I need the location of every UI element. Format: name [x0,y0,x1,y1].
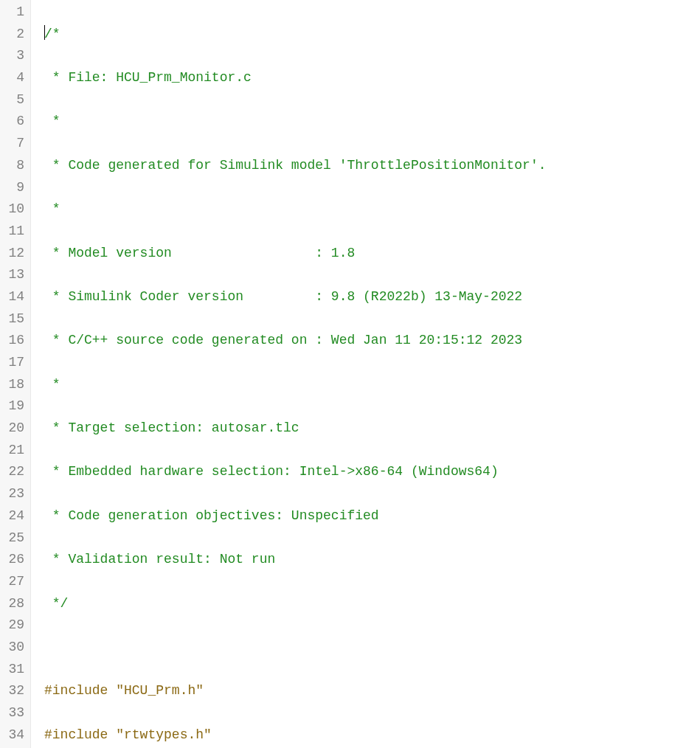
line-number: 13 [3,264,24,286]
line-number: 33 [3,702,24,724]
code-line[interactable] [44,637,547,659]
code-line[interactable]: * C/C++ source code generated on : Wed J… [44,330,547,352]
line-number: 26 [3,549,24,571]
comment-token: * Code generated for Simulink model 'Thr… [44,158,547,173]
string-token: "HCU_Prm.h" [116,683,204,698]
line-number: 18 [3,374,24,396]
line-number: 29 [3,614,24,637]
line-number: 25 [3,527,24,550]
line-number: 22 [3,461,24,483]
preprocessor-token: #include [44,727,116,742]
comment-token: * Simulink Coder version : 9.8 (R2022b) … [44,289,522,304]
line-number: 10 [3,198,24,221]
code-line[interactable]: #include "rtwtypes.h" [44,724,547,747]
comment-token: * Embedded hardware selection: Intel->x8… [44,464,499,479]
code-line[interactable]: #include "HCU_Prm.h" [44,680,547,702]
line-number: 32 [3,680,24,702]
line-number: 15 [3,308,24,330]
line-number: 34 [3,724,24,747]
comment-token: * Model version : 1.8 [44,246,355,260]
line-number: 7 [3,133,24,155]
string-token: "rtwtypes.h" [116,727,212,742]
line-number: 3 [3,45,24,67]
code-line[interactable]: * Target selection: autosar.tlc [44,418,547,440]
line-number: 9 [3,177,24,199]
line-number: 16 [3,330,24,352]
comment-token: * Target selection: autosar.tlc [44,420,299,435]
comment-token: * [44,114,60,128]
text-cursor [44,25,45,40]
line-number: 4 [3,67,24,89]
code-line[interactable]: * [44,111,547,133]
comment-token: * Validation result: Not run [44,552,275,567]
code-line[interactable]: * Validation result: Not run [44,549,547,571]
comment-token: * Code generation objectives: Unspecifie… [44,508,379,523]
line-number: 1 [3,1,24,24]
comment-token: * C/C++ source code generated on : Wed J… [44,333,522,347]
line-number: 5 [3,89,24,111]
line-number: 28 [3,593,24,615]
line-number: 31 [3,659,24,681]
comment-token: /* [44,27,60,41]
comment-token: * [44,377,60,392]
line-number: 11 [3,221,24,243]
preprocessor-token: #include [44,683,116,698]
comment-token: * [44,201,60,216]
code-line[interactable]: * Code generated for Simulink model 'Thr… [44,155,547,177]
line-number: 20 [3,418,24,440]
line-number: 6 [3,111,24,133]
line-number-gutter: 1 2 3 4 5 6 7 8 9 10 11 12 13 14 15 16 1… [0,0,31,748]
line-number: 8 [3,155,24,177]
code-line[interactable]: * [44,198,547,221]
line-number: 2 [3,24,24,46]
line-number: 27 [3,571,24,593]
code-line[interactable]: /* [44,24,547,46]
code-line[interactable]: * Embedded hardware selection: Intel->x8… [44,461,547,483]
comment-token: */ [44,596,68,611]
code-line[interactable]: * File: HCU_Prm_Monitor.c [44,67,547,89]
code-editor[interactable]: /* * File: HCU_Prm_Monitor.c * * Code ge… [31,0,547,748]
line-number: 14 [3,286,24,308]
line-number: 30 [3,637,24,659]
line-number: 17 [3,352,24,374]
comment-token: * File: HCU_Prm_Monitor.c [44,70,252,85]
line-number: 12 [3,243,24,265]
line-number: 23 [3,483,24,505]
line-number: 19 [3,395,24,418]
code-line[interactable]: * Model version : 1.8 [44,243,547,265]
line-number: 24 [3,505,24,527]
line-number: 21 [3,440,24,462]
code-line[interactable]: * [44,374,547,396]
code-line[interactable]: */ [44,593,547,615]
code-line[interactable]: * Simulink Coder version : 9.8 (R2022b) … [44,286,547,308]
code-line[interactable]: * Code generation objectives: Unspecifie… [44,505,547,527]
